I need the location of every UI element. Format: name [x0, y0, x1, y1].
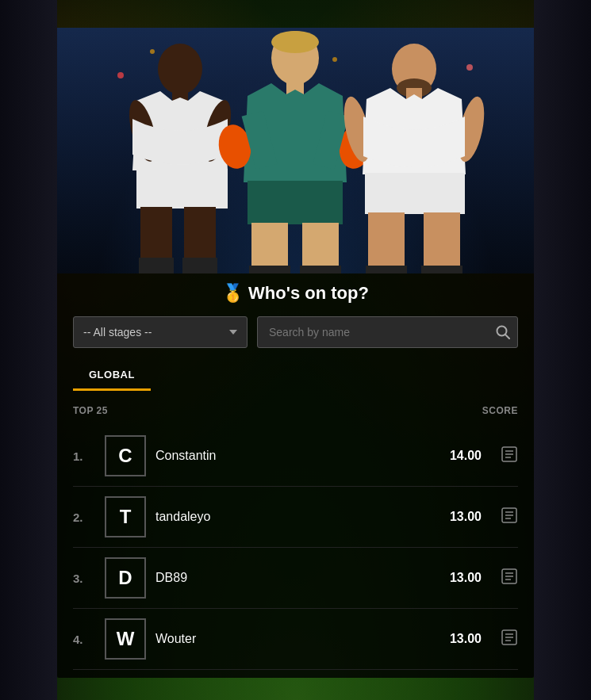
tab-global[interactable]: GLOBAL: [73, 361, 151, 391]
rank-1: 1.: [73, 449, 95, 463]
score-1: 14.00: [450, 449, 482, 463]
score-4: 13.00: [450, 632, 482, 646]
score-3: 13.00: [450, 571, 482, 585]
hero-section: [57, 28, 534, 273]
table-row: 4. W Wouter 13.00: [73, 609, 518, 670]
top25-label: TOP 25: [73, 405, 108, 416]
players-illustration: [57, 28, 534, 273]
rank-2: 2.: [73, 511, 95, 524]
score-label: SCORE: [482, 405, 518, 416]
detail-icon-3[interactable]: [501, 568, 518, 589]
score-2: 13.00: [450, 510, 482, 524]
svg-rect-38: [421, 266, 462, 273]
stage-select[interactable]: -- All stages --Stage 1Stage 2Stage 3: [73, 316, 248, 348]
avatar-4: W: [105, 618, 146, 660]
trophy-emoji: 🥇: [222, 283, 244, 304]
table-row: 1. C Constantin 14.00: [73, 426, 518, 487]
svg-rect-27: [249, 266, 290, 273]
avatar-letter-4: W: [117, 628, 135, 650]
svg-point-5: [332, 57, 337, 62]
detail-icon-2[interactable]: [501, 507, 518, 528]
title-section: 🥇 Who's on top?: [57, 273, 534, 316]
avatar-letter-1: C: [118, 445, 132, 467]
page-title: Who's on top?: [248, 283, 369, 304]
rank-3: 3.: [73, 572, 95, 585]
detail-icon-1[interactable]: [501, 446, 518, 467]
search-icon: [496, 325, 510, 339]
table-row: 2. T tandaleyo 13.00: [73, 487, 518, 548]
avatar-letter-3: D: [118, 567, 132, 589]
search-button[interactable]: [496, 325, 510, 339]
svg-line-40: [505, 335, 509, 339]
leaderboard-header: TOP 25 SCORE: [73, 399, 518, 423]
table-row: 3. D DB89 13.00: [73, 548, 518, 609]
svg-rect-37: [366, 266, 407, 273]
detail-icon-4[interactable]: [501, 629, 518, 650]
svg-rect-15: [139, 258, 174, 273]
svg-point-2: [466, 64, 473, 71]
svg-point-18: [271, 31, 319, 53]
avatar-letter-2: T: [120, 506, 132, 528]
svg-point-0: [117, 72, 124, 78]
side-stadium-left: [0, 0, 57, 700]
side-stadium-right: [534, 0, 591, 700]
svg-rect-35: [368, 212, 405, 273]
avatar-2: T: [105, 496, 146, 537]
avatar-1: C: [105, 435, 146, 476]
tabs-section: GLOBAL: [57, 361, 534, 391]
svg-rect-28: [300, 266, 341, 273]
main-container: 🥇 Who's on top? -- All stages --Stage 1S…: [57, 28, 534, 678]
player-name-3: DB89: [155, 571, 440, 585]
player-name-2: tandaleyo: [155, 510, 440, 524]
svg-rect-34: [365, 173, 465, 214]
svg-rect-16: [182, 258, 217, 273]
search-wrapper: [257, 316, 518, 348]
search-input[interactable]: [257, 316, 518, 348]
avatar-3: D: [105, 557, 146, 599]
player-name-1: Constantin: [155, 449, 440, 463]
svg-rect-24: [248, 181, 343, 224]
svg-rect-36: [424, 212, 460, 273]
svg-rect-12: [136, 169, 228, 208]
rank-4: 4.: [73, 633, 95, 646]
svg-point-8: [158, 44, 202, 94]
leaderboard-section: TOP 25 SCORE 1. C Constantin 14.00 2.: [57, 399, 534, 670]
svg-point-1: [150, 49, 155, 54]
filters-section: -- All stages --Stage 1Stage 2Stage 3: [57, 316, 534, 361]
player-name-4: Wouter: [155, 632, 440, 646]
